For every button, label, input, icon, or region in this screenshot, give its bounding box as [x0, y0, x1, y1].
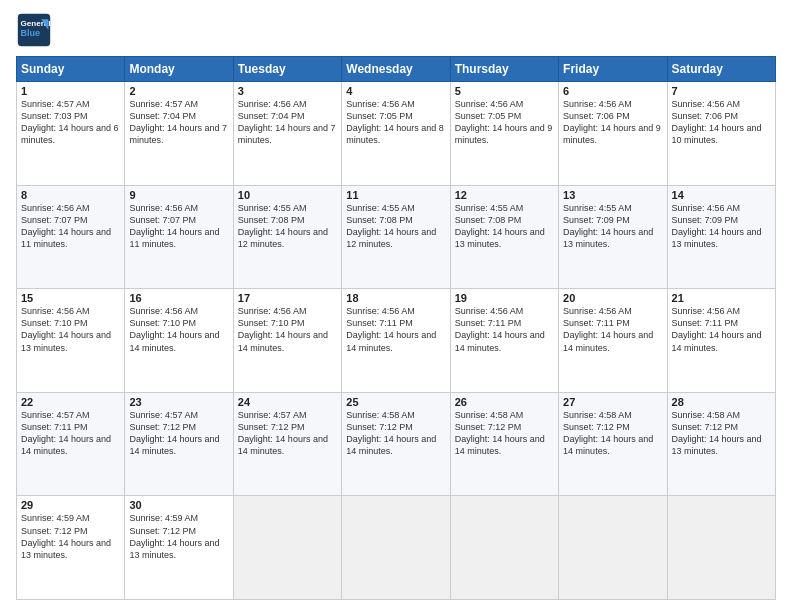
day-number: 6 [563, 85, 662, 97]
day-info: Sunrise: 4:56 AMSunset: 7:10 PMDaylight:… [129, 305, 228, 354]
day-number: 16 [129, 292, 228, 304]
calendar-cell: 2Sunrise: 4:57 AMSunset: 7:04 PMDaylight… [125, 82, 233, 186]
day-info: Sunrise: 4:59 AMSunset: 7:12 PMDaylight:… [21, 512, 120, 561]
calendar-cell: 7Sunrise: 4:56 AMSunset: 7:06 PMDaylight… [667, 82, 775, 186]
day-info: Sunrise: 4:56 AMSunset: 7:09 PMDaylight:… [672, 202, 771, 251]
calendar-cell: 25Sunrise: 4:58 AMSunset: 7:12 PMDayligh… [342, 392, 450, 496]
header: General Blue [16, 12, 776, 48]
calendar-header-tuesday: Tuesday [233, 57, 341, 82]
day-number: 15 [21, 292, 120, 304]
day-info: Sunrise: 4:56 AMSunset: 7:11 PMDaylight:… [455, 305, 554, 354]
day-info: Sunrise: 4:55 AMSunset: 7:08 PMDaylight:… [238, 202, 337, 251]
day-number: 10 [238, 189, 337, 201]
calendar-header-monday: Monday [125, 57, 233, 82]
day-number: 25 [346, 396, 445, 408]
calendar-cell [559, 496, 667, 600]
day-info: Sunrise: 4:58 AMSunset: 7:12 PMDaylight:… [672, 409, 771, 458]
day-number: 8 [21, 189, 120, 201]
day-number: 11 [346, 189, 445, 201]
calendar-cell: 20Sunrise: 4:56 AMSunset: 7:11 PMDayligh… [559, 289, 667, 393]
calendar-cell: 3Sunrise: 4:56 AMSunset: 7:04 PMDaylight… [233, 82, 341, 186]
calendar-cell: 22Sunrise: 4:57 AMSunset: 7:11 PMDayligh… [17, 392, 125, 496]
calendar-cell: 6Sunrise: 4:56 AMSunset: 7:06 PMDaylight… [559, 82, 667, 186]
calendar-header-row: SundayMondayTuesdayWednesdayThursdayFrid… [17, 57, 776, 82]
calendar-header-sunday: Sunday [17, 57, 125, 82]
calendar-cell [667, 496, 775, 600]
day-info: Sunrise: 4:58 AMSunset: 7:12 PMDaylight:… [563, 409, 662, 458]
day-number: 3 [238, 85, 337, 97]
svg-text:Blue: Blue [21, 28, 41, 38]
calendar-cell: 27Sunrise: 4:58 AMSunset: 7:12 PMDayligh… [559, 392, 667, 496]
day-info: Sunrise: 4:58 AMSunset: 7:12 PMDaylight:… [455, 409, 554, 458]
calendar-week-1: 1Sunrise: 4:57 AMSunset: 7:03 PMDaylight… [17, 82, 776, 186]
calendar-cell: 14Sunrise: 4:56 AMSunset: 7:09 PMDayligh… [667, 185, 775, 289]
day-number: 24 [238, 396, 337, 408]
day-number: 4 [346, 85, 445, 97]
calendar-table: SundayMondayTuesdayWednesdayThursdayFrid… [16, 56, 776, 600]
day-info: Sunrise: 4:56 AMSunset: 7:10 PMDaylight:… [21, 305, 120, 354]
calendar-cell: 19Sunrise: 4:56 AMSunset: 7:11 PMDayligh… [450, 289, 558, 393]
day-info: Sunrise: 4:56 AMSunset: 7:07 PMDaylight:… [21, 202, 120, 251]
day-number: 7 [672, 85, 771, 97]
day-number: 12 [455, 189, 554, 201]
calendar-cell [342, 496, 450, 600]
day-number: 5 [455, 85, 554, 97]
calendar-cell: 30Sunrise: 4:59 AMSunset: 7:12 PMDayligh… [125, 496, 233, 600]
day-info: Sunrise: 4:59 AMSunset: 7:12 PMDaylight:… [129, 512, 228, 561]
day-info: Sunrise: 4:56 AMSunset: 7:11 PMDaylight:… [346, 305, 445, 354]
day-number: 23 [129, 396, 228, 408]
calendar-week-4: 22Sunrise: 4:57 AMSunset: 7:11 PMDayligh… [17, 392, 776, 496]
day-number: 27 [563, 396, 662, 408]
calendar-cell: 11Sunrise: 4:55 AMSunset: 7:08 PMDayligh… [342, 185, 450, 289]
calendar-cell: 23Sunrise: 4:57 AMSunset: 7:12 PMDayligh… [125, 392, 233, 496]
day-number: 14 [672, 189, 771, 201]
calendar-cell [450, 496, 558, 600]
day-info: Sunrise: 4:56 AMSunset: 7:04 PMDaylight:… [238, 98, 337, 147]
day-info: Sunrise: 4:56 AMSunset: 7:05 PMDaylight:… [455, 98, 554, 147]
calendar-body: 1Sunrise: 4:57 AMSunset: 7:03 PMDaylight… [17, 82, 776, 600]
calendar-cell: 5Sunrise: 4:56 AMSunset: 7:05 PMDaylight… [450, 82, 558, 186]
calendar-cell: 17Sunrise: 4:56 AMSunset: 7:10 PMDayligh… [233, 289, 341, 393]
day-info: Sunrise: 4:57 AMSunset: 7:04 PMDaylight:… [129, 98, 228, 147]
day-number: 17 [238, 292, 337, 304]
calendar-cell: 15Sunrise: 4:56 AMSunset: 7:10 PMDayligh… [17, 289, 125, 393]
day-info: Sunrise: 4:56 AMSunset: 7:06 PMDaylight:… [563, 98, 662, 147]
day-number: 9 [129, 189, 228, 201]
calendar-cell: 9Sunrise: 4:56 AMSunset: 7:07 PMDaylight… [125, 185, 233, 289]
calendar-cell [233, 496, 341, 600]
calendar-header-thursday: Thursday [450, 57, 558, 82]
calendar-header-wednesday: Wednesday [342, 57, 450, 82]
day-info: Sunrise: 4:55 AMSunset: 7:09 PMDaylight:… [563, 202, 662, 251]
day-info: Sunrise: 4:57 AMSunset: 7:11 PMDaylight:… [21, 409, 120, 458]
calendar-cell: 10Sunrise: 4:55 AMSunset: 7:08 PMDayligh… [233, 185, 341, 289]
calendar-cell: 18Sunrise: 4:56 AMSunset: 7:11 PMDayligh… [342, 289, 450, 393]
day-info: Sunrise: 4:56 AMSunset: 7:05 PMDaylight:… [346, 98, 445, 147]
day-number: 1 [21, 85, 120, 97]
calendar-cell: 24Sunrise: 4:57 AMSunset: 7:12 PMDayligh… [233, 392, 341, 496]
logo: General Blue [16, 12, 56, 48]
day-info: Sunrise: 4:56 AMSunset: 7:07 PMDaylight:… [129, 202, 228, 251]
day-number: 29 [21, 499, 120, 511]
day-info: Sunrise: 4:56 AMSunset: 7:10 PMDaylight:… [238, 305, 337, 354]
calendar-header-saturday: Saturday [667, 57, 775, 82]
day-info: Sunrise: 4:56 AMSunset: 7:11 PMDaylight:… [672, 305, 771, 354]
day-info: Sunrise: 4:57 AMSunset: 7:12 PMDaylight:… [129, 409, 228, 458]
calendar-cell: 13Sunrise: 4:55 AMSunset: 7:09 PMDayligh… [559, 185, 667, 289]
day-info: Sunrise: 4:57 AMSunset: 7:03 PMDaylight:… [21, 98, 120, 147]
calendar-cell: 26Sunrise: 4:58 AMSunset: 7:12 PMDayligh… [450, 392, 558, 496]
day-number: 30 [129, 499, 228, 511]
day-number: 28 [672, 396, 771, 408]
calendar-cell: 4Sunrise: 4:56 AMSunset: 7:05 PMDaylight… [342, 82, 450, 186]
day-info: Sunrise: 4:56 AMSunset: 7:06 PMDaylight:… [672, 98, 771, 147]
calendar-cell: 12Sunrise: 4:55 AMSunset: 7:08 PMDayligh… [450, 185, 558, 289]
day-number: 13 [563, 189, 662, 201]
day-number: 2 [129, 85, 228, 97]
logo-icon: General Blue [16, 12, 52, 48]
calendar-cell: 21Sunrise: 4:56 AMSunset: 7:11 PMDayligh… [667, 289, 775, 393]
day-info: Sunrise: 4:55 AMSunset: 7:08 PMDaylight:… [455, 202, 554, 251]
day-info: Sunrise: 4:55 AMSunset: 7:08 PMDaylight:… [346, 202, 445, 251]
day-number: 26 [455, 396, 554, 408]
day-info: Sunrise: 4:58 AMSunset: 7:12 PMDaylight:… [346, 409, 445, 458]
calendar-week-3: 15Sunrise: 4:56 AMSunset: 7:10 PMDayligh… [17, 289, 776, 393]
day-number: 20 [563, 292, 662, 304]
